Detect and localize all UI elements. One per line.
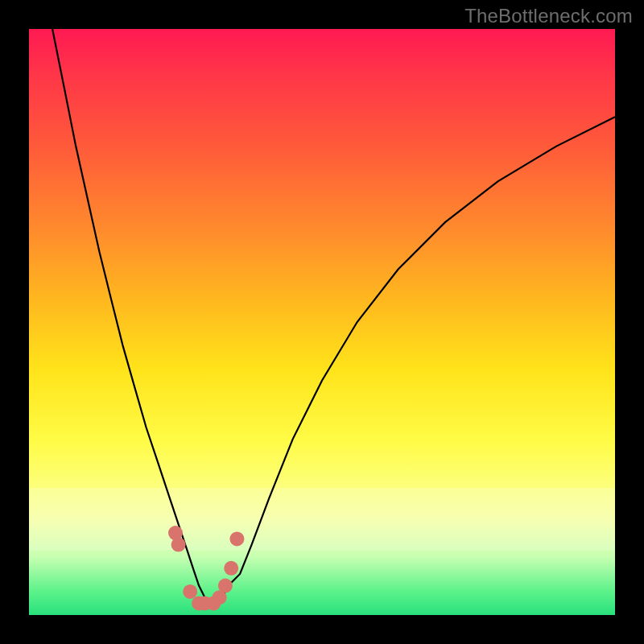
marker-dot: [224, 561, 238, 576]
marker-dot: [171, 538, 186, 552]
plot-area: [29, 29, 615, 615]
bottleneck-curve: [52, 29, 615, 603]
marker-dot: [229, 531, 244, 546]
watermark-text: TheBottleneck.com: [464, 5, 633, 27]
curve-layer: [29, 29, 615, 615]
marker-dot: [218, 579, 233, 593]
marker-dot: [183, 584, 197, 599]
chart-frame: TheBottleneck.com: [0, 0, 644, 644]
sample-dots: [168, 526, 244, 610]
